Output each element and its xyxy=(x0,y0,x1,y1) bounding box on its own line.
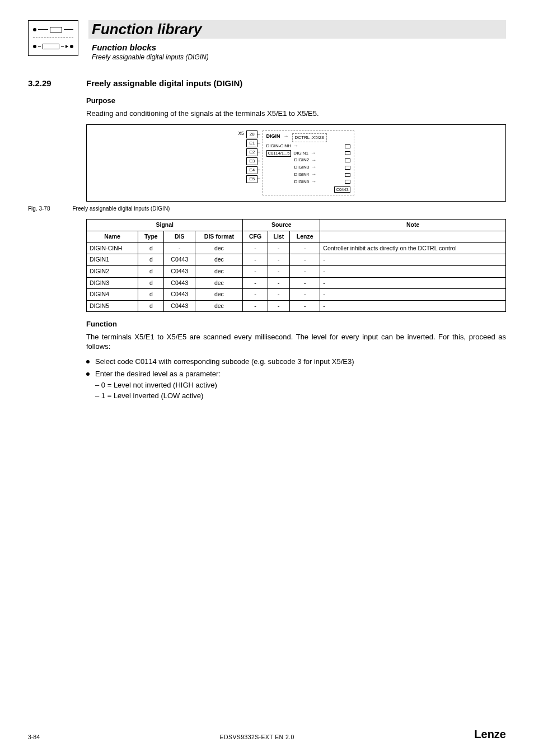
cell-type: d xyxy=(138,254,164,266)
figure-content: X5 28 E1 E2 E3 E4 E5 DIGIN → DCTRL -X5/2… xyxy=(238,130,354,195)
cell-disfmt: dec xyxy=(195,242,243,254)
cinh-label: DIGIN-CINH xyxy=(266,143,291,149)
page-header: Function library Function blocks Freely … xyxy=(28,20,506,62)
table-row: DIGIN4dC0443dec---- xyxy=(87,289,506,301)
cell-list: - xyxy=(268,265,289,277)
cell-lenze: - xyxy=(290,289,320,301)
out-digin4: DIGIN4 xyxy=(294,172,310,178)
out-digin5: DIGIN5 xyxy=(294,179,310,185)
terminal-28: 28 xyxy=(246,130,257,138)
cell-name: DIGIN3 xyxy=(87,277,138,289)
figure-frame: X5 28 E1 E2 E3 E4 E5 DIGIN → DCTRL -X5/2… xyxy=(86,124,506,202)
cell-dis: C0443 xyxy=(164,265,195,277)
cell-lenze: - xyxy=(290,300,320,312)
th-lenze: Lenze xyxy=(290,231,320,242)
cell-disfmt: dec xyxy=(195,289,243,301)
list-item: Select code C0114 with corresponding sub… xyxy=(86,357,506,367)
cell-dis: C0443 xyxy=(164,289,195,301)
cell-dis: - xyxy=(164,242,195,254)
table-row: DIGIN-CINHd-dec---Controller inhibit act… xyxy=(87,242,506,254)
cell-name: DIGIN-CINH xyxy=(87,242,138,254)
signal-table: Signal Source Note Name Type DIS DIS for… xyxy=(86,219,506,312)
cell-name: DIGIN5 xyxy=(87,300,138,312)
th-dis: DIS xyxy=(164,231,195,242)
terminal-e5: E5 xyxy=(246,175,257,183)
title-band: Function library xyxy=(88,20,506,39)
th-source: Source xyxy=(243,220,320,231)
cell-name: DIGIN2 xyxy=(87,265,138,277)
function-label: Function xyxy=(86,320,506,329)
table-row: DIGIN5dC0443dec---- xyxy=(87,300,506,312)
cell-note: - xyxy=(320,254,506,266)
th-note-sub xyxy=(320,231,506,242)
cell-cfg: - xyxy=(243,265,268,277)
table-row: DIGIN3dC0443dec---- xyxy=(87,277,506,289)
cell-name: DIGIN4 xyxy=(87,289,138,301)
block-name: DIGIN xyxy=(266,133,280,140)
cell-note: Controller inhibit acts directly on the … xyxy=(320,242,506,254)
cell-dis: C0443 xyxy=(164,300,195,312)
cell-list: - xyxy=(268,300,289,312)
cell-note: - xyxy=(320,265,506,277)
cell-list: - xyxy=(268,289,289,301)
cell-cfg: - xyxy=(243,242,268,254)
cell-list: - xyxy=(268,254,289,266)
figure-caption-text: Freely assignable digital inputs (DIGIN) xyxy=(72,205,170,212)
dctrl-box: DCTRL -X5/28 xyxy=(292,133,327,142)
status-box: C0443 xyxy=(334,186,350,193)
terminal-stack: 28 E1 E2 E3 E4 E5 xyxy=(246,130,257,184)
figure-id: Fig. 3-78 xyxy=(28,205,50,212)
cell-note: - xyxy=(320,300,506,312)
code-box: C0114/1...5 xyxy=(266,150,292,157)
cell-list: - xyxy=(268,242,289,254)
cell-dis: C0443 xyxy=(164,254,195,266)
cell-type: d xyxy=(138,265,164,277)
page-subtitle: Function blocks xyxy=(92,42,506,53)
terminal-e2: E2 xyxy=(246,148,257,156)
th-signal: Signal xyxy=(87,220,243,231)
list-subitem: 0 = Level not inverted (HIGH active) xyxy=(95,381,506,390)
cell-type: d xyxy=(138,289,164,301)
terminal-e4: E4 xyxy=(246,166,257,174)
section-title: Freely assignable digital inputs (DIGIN) xyxy=(86,78,242,89)
x5-label: X5 xyxy=(238,130,243,136)
section-heading: 3.2.29 Freely assignable digital inputs … xyxy=(86,78,506,89)
cell-disfmt: dec xyxy=(195,277,243,289)
cell-list: - xyxy=(268,277,289,289)
cell-lenze: - xyxy=(290,265,320,277)
page-title: Function library xyxy=(92,21,503,38)
signal-table-body: DIGIN-CINHd-dec---Controller inhibit act… xyxy=(87,242,506,312)
cell-note: - xyxy=(320,277,506,289)
table-row: DIGIN1dC0443dec---- xyxy=(87,254,506,266)
cell-cfg: - xyxy=(243,300,268,312)
bullet-list: Select code C0114 with corresponding sub… xyxy=(86,357,506,401)
cell-lenze: - xyxy=(290,277,320,289)
cell-type: d xyxy=(138,300,164,312)
th-disfmt: DIS format xyxy=(195,231,243,242)
function-block-box: DIGIN → DCTRL -X5/28 DIGIN-CINH→ C0114/1… xyxy=(263,130,354,195)
out-digin3: DIGIN3 xyxy=(294,165,310,170)
figure-caption: Fig. 3-78 Freely assignable digital inpu… xyxy=(86,205,506,212)
th-list: List xyxy=(268,231,289,242)
cell-disfmt: dec xyxy=(195,300,243,312)
list-subitem: 1 = Level inverted (LOW active) xyxy=(95,391,506,401)
function-text: The terminals X5/E1 to X5/E5 are scanned… xyxy=(86,333,506,352)
cell-disfmt: dec xyxy=(195,265,243,277)
th-type: Type xyxy=(138,231,164,242)
cell-type: d xyxy=(138,242,164,254)
cell-disfmt: dec xyxy=(195,254,243,266)
header-thumb-icon xyxy=(28,20,78,56)
cell-lenze: - xyxy=(290,254,320,266)
th-note: Note xyxy=(320,220,506,231)
list-item: Enter the desired level as a parameter:0… xyxy=(86,370,506,401)
section-number: 3.2.29 xyxy=(28,78,86,89)
cell-cfg: - xyxy=(243,277,268,289)
out-digin2: DIGIN2 xyxy=(294,157,310,163)
cell-lenze: - xyxy=(290,242,320,254)
cell-note: - xyxy=(320,289,506,301)
terminal-e1: E1 xyxy=(246,139,257,147)
cell-dis: C0443 xyxy=(164,277,195,289)
cell-cfg: - xyxy=(243,289,268,301)
cell-name: DIGIN1 xyxy=(87,254,138,266)
terminal-e3: E3 xyxy=(246,157,257,165)
